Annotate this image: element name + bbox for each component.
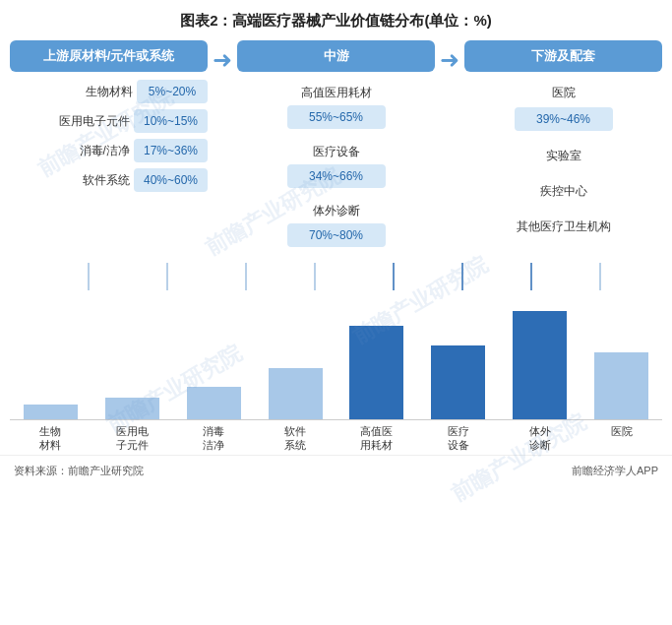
midstream-header: 中游 (237, 40, 435, 72)
bar-group (10, 405, 92, 419)
bar-group (499, 311, 580, 419)
midstream-item-label: 高值医用耗材 (301, 80, 372, 103)
downstream-item-value: 39%~46% (515, 107, 613, 131)
upstream-item-row: 医用电子元件 10%~15% (10, 109, 208, 133)
arrow-icon: ➜ (213, 48, 232, 72)
upstream-item-row: 生物材料 5%~20% (10, 80, 208, 103)
chart-title: 图表2：高端医疗器械产业价值链分布(单位：%) (0, 0, 672, 40)
bar-group (336, 326, 418, 419)
bar-group (255, 368, 336, 419)
upstream-item-value: 5%~20% (137, 80, 208, 103)
bar-group (173, 387, 255, 419)
bar-label: 生物材料 (10, 424, 92, 453)
upstream-item-value: 40%~60% (134, 168, 208, 192)
arrow-upstream-mid: ➜ (208, 40, 237, 72)
bar (431, 345, 485, 419)
bar-label: 消毒洁净 (173, 424, 255, 453)
bar-labels: 生物材料医用电子元件消毒洁净软件系统高值医用耗材医疗设备体外诊断医院 (10, 424, 662, 453)
upstream-section: 上游原材料/元件或系统 生物材料 5%~20% 医用电子元件 10%~15% 消… (10, 40, 208, 192)
upstream-item-label: 软件系统 (10, 172, 130, 189)
value-chain-diagram: 上游原材料/元件或系统 生物材料 5%~20% 医用电子元件 10%~15% 消… (0, 40, 672, 255)
bar-group (92, 398, 173, 419)
bar (187, 387, 241, 419)
bar-label: 软件系统 (255, 424, 336, 453)
upstream-items: 生物材料 5%~20% 医用电子元件 10%~15% 消毒/洁净 17%~36%… (10, 80, 208, 192)
curve-svg (10, 261, 662, 292)
bar-group (417, 345, 499, 419)
bar-label: 高值医用耗材 (336, 424, 418, 453)
brand-label: 前瞻经济学人APP (572, 464, 658, 478)
upstream-item-label: 生物材料 (10, 84, 133, 100)
bar-label: 医疗设备 (417, 424, 499, 453)
bar-label: 体外诊断 (499, 424, 580, 453)
arrow-icon-2: ➜ (440, 48, 459, 72)
downstream-section: 下游及配套 医院39%~46%实验室疾控中心其他医疗卫生机构 (464, 40, 662, 245)
downstream-item-label: 医院 (552, 80, 576, 103)
bar-label: 医院 (580, 424, 662, 453)
midstream-section: 中游 高值医用耗材55%~65%医疗设备34%~66%体外诊断70%~80% (237, 40, 435, 255)
source-label: 资料来源：前瞻产业研究院 (14, 464, 144, 478)
bar (105, 398, 159, 419)
bar-label: 医用电子元件 (92, 424, 173, 453)
upstream-item-label: 消毒/洁净 (10, 143, 130, 159)
midstream-item-value: 34%~66% (287, 164, 386, 188)
bar (269, 368, 323, 419)
midstream-item-value: 55%~65% (287, 105, 386, 129)
downstream-item-label: 疾控中心 (540, 178, 587, 202)
upstream-item-row: 消毒/洁净 17%~36% (10, 139, 208, 162)
midstream-item-label: 体外诊断 (313, 198, 360, 221)
midstream-item-value: 70%~80% (287, 223, 386, 247)
downstream-items: 医院39%~46%实验室疾控中心其他医疗卫生机构 (464, 80, 662, 245)
bar-chart-container (10, 292, 662, 420)
downstream-item-label: 其他医疗卫生机构 (517, 214, 611, 237)
bar (24, 405, 78, 419)
bar (349, 326, 403, 419)
midstream-item-label: 医疗设备 (313, 139, 360, 162)
upstream-item-value: 17%~36% (134, 139, 208, 162)
bar-group (580, 352, 662, 419)
bar (594, 352, 648, 419)
downstream-item-label: 实验室 (546, 143, 581, 166)
upstream-item-row: 软件系统 40%~60% (10, 168, 208, 192)
arrow-mid-down: ➜ (435, 40, 464, 72)
midstream-items: 高值医用耗材55%~65%医疗设备34%~66%体外诊断70%~80% (237, 80, 435, 255)
upstream-item-value: 10%~15% (134, 109, 208, 133)
footer: 资料来源：前瞻产业研究院 前瞻经济学人APP (0, 455, 672, 484)
curve-connectors (10, 261, 662, 292)
upstream-item-label: 医用电子元件 (10, 113, 130, 130)
bar-chart-area: 生物材料医用电子元件消毒洁净软件系统高值医用耗材医疗设备体外诊断医院 (0, 292, 672, 453)
bar (513, 311, 567, 419)
downstream-header: 下游及配套 (464, 40, 662, 72)
upstream-header: 上游原材料/元件或系统 (10, 40, 208, 72)
